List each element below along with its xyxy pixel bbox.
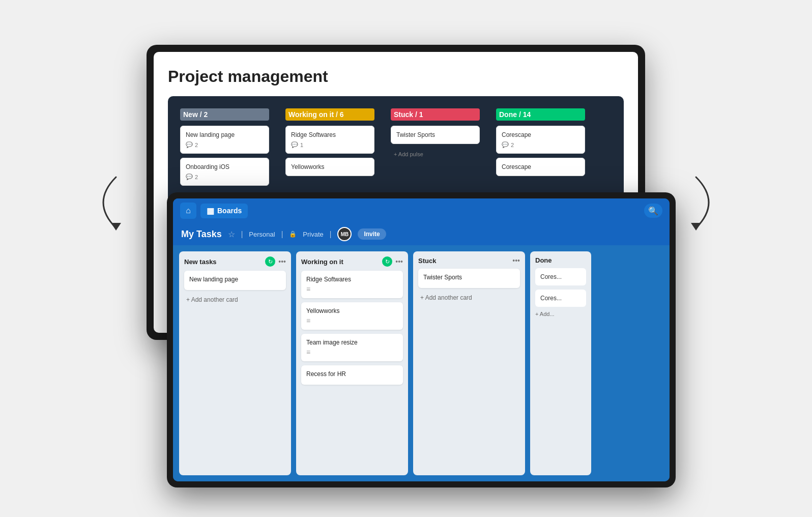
back-card-done-title-2: Corescape — [502, 163, 579, 170]
card-title-working-1: Ridge Softwares — [306, 276, 398, 283]
svg-marker-0 — [111, 223, 121, 231]
back-col-header-new: New / 2 — [180, 108, 269, 121]
front-tablet-screen: ⌂ ▦ Boards 🔍 My Tasks ☆ | Personal | 🔒 P… — [173, 198, 670, 481]
card-title-working-3: Team image resize — [306, 339, 398, 346]
more-menu-working[interactable]: ••• — [395, 257, 403, 266]
kanban-card-new-1[interactable]: New landing page — [184, 271, 286, 290]
back-col-header-working: Working on it / 6 — [285, 108, 374, 121]
done-card-title-2: Cores... — [540, 295, 581, 302]
kanban-card-working-2[interactable]: Yellowworks ≡ — [301, 302, 403, 330]
card-lines-working-3: ≡ — [306, 348, 398, 356]
back-add-pulse-stuck[interactable]: + Add pulse — [391, 148, 480, 160]
home-button[interactable]: ⌂ — [180, 203, 196, 219]
back-card-working-2: Yellowworks — [285, 158, 374, 176]
col-title-new-tasks: New tasks — [184, 258, 217, 266]
comment-icon-2: 💬 — [186, 174, 193, 180]
refresh-icon-new-tasks: ↻ — [265, 256, 275, 267]
lock-icon: 🔒 — [289, 231, 297, 238]
back-card-working-1: Ridge Softwares 💬 1 — [285, 126, 374, 154]
back-card-done-2: Corescape — [496, 158, 585, 176]
kanban-card-working-1[interactable]: Ridge Softwares ≡ — [301, 271, 403, 298]
col-actions-working: ↻ ••• — [382, 256, 403, 267]
kanban-card-working-4[interactable]: Recess for HR — [301, 365, 403, 385]
private-button[interactable]: Private — [303, 231, 323, 238]
col-header-stuck: Stuck ••• — [418, 256, 520, 265]
back-card-done-comment-1: 💬 2 — [502, 141, 579, 148]
kanban-column-done: Done Cores... Cores... + Add... — [530, 251, 591, 475]
card-title-stuck-1: Twister Sports — [423, 274, 515, 281]
add-card-stuck[interactable]: + Add another card — [418, 292, 520, 303]
front-navbar: ⌂ ▦ Boards 🔍 — [173, 198, 670, 223]
separator-3: | — [330, 230, 332, 238]
kanban-column-working: Working on it ↻ ••• Ridge Softwares ≡ Ye… — [296, 251, 408, 475]
kanban-card-working-3[interactable]: Team image resize ≡ — [301, 334, 403, 361]
col-actions-new-tasks: ↻ ••• — [265, 256, 286, 267]
card-title-working-2: Yellowworks — [306, 307, 398, 314]
back-title: Project management — [168, 67, 624, 86]
col-header-new-tasks: New tasks ↻ ••• — [184, 256, 286, 267]
back-card-stuck-1: Twister Sports — [391, 126, 480, 144]
front-tablet: ⌂ ▦ Boards 🔍 My Tasks ☆ | Personal | 🔒 P… — [167, 192, 676, 487]
add-card-new-tasks[interactable]: + Add another card — [184, 294, 286, 305]
back-col-header-done: Done / 14 — [496, 108, 585, 121]
done-card-2[interactable]: Cores... — [535, 290, 586, 307]
user-avatar: MB — [337, 227, 352, 241]
right-arrow-icon — [686, 172, 727, 233]
col-header-working: Working on it ↻ ••• — [301, 256, 403, 267]
personal-button[interactable]: Personal — [249, 231, 275, 238]
kanban-card-stuck-1[interactable]: Twister Sports — [418, 269, 520, 288]
comment-icon-w1: 💬 — [291, 141, 298, 148]
add-card-done[interactable]: + Add... — [535, 311, 586, 317]
comment-icon-d1: 💬 — [502, 141, 509, 148]
card-title-working-4: Recess for HR — [306, 370, 398, 378]
separator-2: | — [281, 230, 283, 238]
col-actions-stuck: ••• — [512, 256, 520, 265]
done-card-title-1: Cores... — [540, 273, 581, 280]
kanban-column-new-tasks: New tasks ↻ ••• New landing page + Add a… — [179, 251, 291, 475]
card-lines-working-1: ≡ — [306, 285, 398, 293]
separator-1: | — [241, 230, 243, 238]
invite-button[interactable]: Invite — [358, 228, 386, 240]
more-menu-new-tasks[interactable]: ••• — [278, 257, 286, 266]
back-card-working-title-2: Yellowworks — [291, 163, 369, 170]
back-card-comment-2: 💬 2 — [186, 174, 264, 180]
comment-icon: 💬 — [186, 141, 193, 148]
svg-marker-1 — [691, 223, 701, 231]
scene-container: Project management New / 2 New landing p… — [126, 30, 686, 487]
back-card-title-2: Onboarding iOS — [186, 163, 264, 170]
col-title-stuck: Stuck — [418, 257, 436, 265]
kanban-board: New tasks ↻ ••• New landing page + Add a… — [173, 245, 670, 481]
search-icon: 🔍 — [648, 206, 658, 216]
back-col-header-stuck: Stuck / 1 — [391, 108, 480, 121]
board-title: My Tasks — [181, 229, 222, 240]
star-button[interactable]: ☆ — [228, 229, 235, 239]
search-button[interactable]: 🔍 — [644, 204, 662, 218]
boards-button[interactable]: ▦ Boards — [200, 204, 248, 218]
card-lines-working-2: ≡ — [306, 317, 398, 325]
back-card-comment: 💬 2 — [186, 141, 264, 148]
back-card-stuck-title-1: Twister Sports — [396, 131, 474, 138]
back-card-new-1: New landing page 💬 2 — [180, 126, 269, 154]
more-menu-stuck[interactable]: ••• — [512, 256, 520, 265]
back-card-working-comment-1: 💬 1 — [291, 141, 369, 148]
refresh-icon-working: ↻ — [382, 256, 392, 267]
back-card-new-2: Onboarding iOS 💬 2 — [180, 158, 269, 186]
boards-label: Boards — [217, 207, 242, 215]
col-title-done: Done — [535, 256, 586, 264]
back-card-title: New landing page — [186, 131, 264, 138]
back-card-working-title-1: Ridge Softwares — [291, 131, 369, 138]
card-title-new-1: New landing page — [189, 276, 281, 283]
left-arrow-icon — [85, 172, 126, 233]
back-card-done-title-1: Corescape — [502, 131, 579, 138]
boards-icon: ▦ — [207, 206, 214, 216]
done-card-1[interactable]: Cores... — [535, 268, 586, 285]
front-board-header: My Tasks ☆ | Personal | 🔒 Private | MB I… — [173, 223, 670, 245]
back-card-done-1: Corescape 💬 2 — [496, 126, 585, 154]
kanban-column-stuck: Stuck ••• Twister Sports + Add another c… — [413, 251, 525, 475]
col-title-working: Working on it — [301, 258, 343, 266]
